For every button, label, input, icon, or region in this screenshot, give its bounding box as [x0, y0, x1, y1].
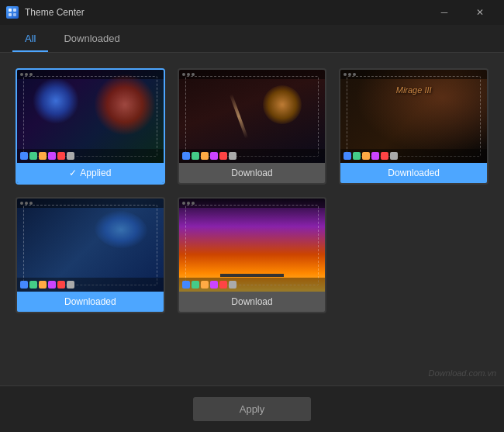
- theme-grid-row2: Downloaded Download: [0, 197, 504, 313]
- svg-rect-0: [9, 9, 12, 12]
- fake-taskbar-4: [17, 278, 164, 292]
- fake-taskbar-5: [179, 278, 326, 292]
- theme-card-1[interactable]: ✓ Applied: [16, 68, 165, 185]
- theme-card-4[interactable]: Downloaded: [16, 197, 165, 313]
- titlebar: Theme Center ─ ✕: [0, 0, 504, 25]
- tabbar: All Downloaded: [0, 25, 504, 53]
- theme-grid-row1: ✓ Applied Download: [0, 53, 504, 185]
- svg-rect-1: [13, 9, 16, 12]
- preview-border-1: [23, 76, 157, 157]
- theme-preview-4: [17, 199, 164, 292]
- fake-taskbar-2: [179, 149, 326, 163]
- theme-preview-1: [17, 70, 164, 163]
- theme-status-2[interactable]: Download: [179, 163, 326, 183]
- fake-chrome-5: [179, 199, 326, 208]
- svg-rect-2: [9, 13, 12, 16]
- app-title: Theme Center: [25, 7, 85, 18]
- theme-status-1[interactable]: ✓ Applied: [17, 163, 164, 183]
- titlebar-controls: ─ ✕: [426, 0, 498, 25]
- theme-card-2[interactable]: Download: [178, 68, 327, 185]
- theme-preview-2: [179, 70, 326, 163]
- titlebar-left: Theme Center: [6, 6, 85, 19]
- preview-border-5: [185, 205, 319, 285]
- tab-downloaded[interactable]: Downloaded: [51, 26, 132, 52]
- preview-border-2: [185, 76, 319, 157]
- close-button[interactable]: ✕: [462, 0, 498, 25]
- fake-taskbar-1: [17, 149, 164, 163]
- theme-preview-5: [179, 199, 326, 292]
- theme-preview-3: Mirage III: [340, 70, 487, 163]
- minimize-button[interactable]: ─: [426, 0, 462, 25]
- fake-chrome-1: [17, 70, 164, 79]
- apply-button[interactable]: Apply: [193, 397, 312, 421]
- fake-taskbar-3: [340, 149, 487, 163]
- fake-chrome-4: [17, 199, 164, 208]
- theme-status-3[interactable]: Downloaded: [340, 163, 487, 183]
- fake-chrome-3: [340, 70, 487, 79]
- tab-all[interactable]: All: [12, 26, 48, 52]
- theme-card-3[interactable]: Mirage III Downloaded: [339, 68, 488, 185]
- theme-card-5[interactable]: Download: [178, 197, 327, 313]
- fake-chrome-2: [179, 70, 326, 79]
- preview-border-4: [23, 205, 157, 285]
- theme-status-5[interactable]: Download: [179, 292, 326, 312]
- app-icon: [6, 6, 19, 19]
- bottombar: Apply: [0, 385, 504, 432]
- svg-rect-3: [13, 13, 16, 16]
- theme3-text: Mirage III: [396, 85, 432, 95]
- watermark: Download.com.vn: [429, 368, 496, 378]
- theme-status-4[interactable]: Downloaded: [17, 292, 164, 312]
